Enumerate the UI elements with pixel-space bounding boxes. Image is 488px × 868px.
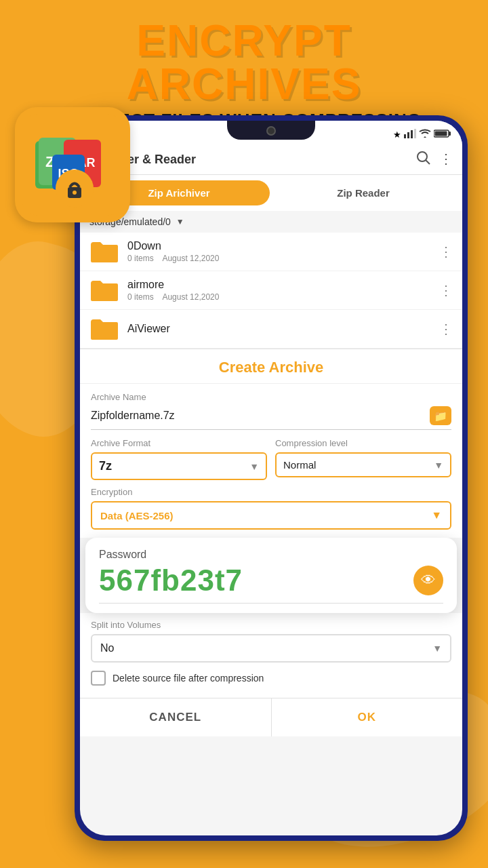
password-value: 567fb23t7 (99, 564, 413, 597)
lower-form: Split into Volumes No ▼ Delete source fi… (80, 613, 462, 698)
svg-rect-11 (407, 132, 409, 138)
split-dropdown-arrow-icon: ▼ (432, 643, 442, 654)
status-icons: ★ (393, 129, 451, 140)
list-item[interactable]: airmore 0 items August 12,2020 ⋮ (80, 271, 462, 310)
archive-name-input[interactable] (91, 410, 430, 422)
password-value-row: 567fb23t7 👁 (99, 564, 443, 604)
cancel-button[interactable]: CANCEL (80, 698, 272, 736)
wifi-icon (419, 129, 431, 140)
topbar-icons: ⋮ (416, 151, 453, 169)
delete-source-row: Delete source file after compression (91, 671, 451, 686)
delete-source-label: Delete source file after compression (113, 673, 264, 684)
file-more-icon[interactable]: ⋮ (439, 321, 453, 337)
path-row: storage/emulated/0 ▼ (80, 211, 462, 233)
bottom-buttons: CANCEL OK (80, 698, 462, 736)
app-topbar: Archiver & Reader ⋮ (80, 145, 462, 175)
password-label: Password (99, 549, 443, 561)
archive-format-value: 7z (99, 459, 112, 473)
file-name: airmore (127, 279, 439, 291)
signal-bars-icon (404, 129, 416, 140)
delete-source-checkbox[interactable] (91, 671, 106, 686)
file-meta: 0 items August 12,2020 (127, 292, 439, 302)
svg-rect-13 (414, 129, 416, 138)
encryption-dropdown[interactable]: Data (AES-256) ▼ (91, 501, 451, 530)
tabs-row: Zip Arichiver Zip Reader (80, 175, 462, 211)
password-card: Password 567fb23t7 👁 (85, 538, 457, 613)
ok-button[interactable]: OK (272, 698, 463, 736)
encryption-value: Data (AES-256) (100, 510, 174, 521)
battery-icon (434, 129, 451, 140)
notch (227, 121, 315, 140)
app-icon: ZIP RAR ISO (15, 107, 130, 222)
folder-browse-icon: 📁 (434, 410, 447, 422)
folder-icon (89, 317, 119, 341)
svg-rect-10 (404, 134, 406, 138)
svg-point-9 (73, 191, 77, 195)
tab-zip-reader[interactable]: Zip Reader (272, 180, 454, 205)
archive-format-col: Archive Format 7z ▼ (91, 438, 267, 480)
archive-format-label: Archive Format (91, 438, 267, 448)
compression-level-col: Compression level Normal ▼ (275, 438, 451, 477)
path-dropdown-icon[interactable]: ▼ (176, 217, 184, 226)
file-name: 0Down (127, 240, 439, 252)
svg-rect-12 (411, 130, 413, 138)
svg-point-17 (418, 152, 427, 161)
eye-icon: 👁 (421, 572, 436, 589)
file-more-icon[interactable]: ⋮ (439, 243, 453, 260)
phone-screen: ★ (80, 121, 462, 835)
file-list: 0Down 0 items August 12,2020 ⋮ airmore 0… (80, 233, 462, 349)
svg-line-18 (426, 160, 430, 164)
folder-icon (89, 278, 119, 302)
encryption-label: Encryption (91, 487, 451, 497)
camera (266, 126, 276, 136)
list-item[interactable]: AiViewer ⋮ (80, 310, 462, 349)
compression-level-label: Compression level (275, 438, 451, 448)
compression-level-dropdown[interactable]: Normal ▼ (275, 452, 451, 477)
format-compression-row: Archive Format 7z ▼ Compression level No… (91, 438, 451, 480)
file-info: AiViewer (127, 323, 439, 335)
encryption-arrow-icon: ▼ (431, 509, 442, 521)
archive-format-dropdown[interactable]: 7z ▼ (91, 452, 267, 480)
file-name: AiViewer (127, 323, 439, 335)
compression-level-value: Normal (283, 459, 316, 471)
archive-format-arrow-icon: ▼ (249, 461, 259, 472)
create-archive-panel: Create Archive Archive Name 📁 Archive Fo… (80, 349, 462, 538)
file-more-icon[interactable]: ⋮ (439, 282, 453, 298)
phone-mockup: ★ (75, 115, 468, 841)
file-info: 0Down 0 items August 12,2020 (127, 240, 439, 263)
svg-rect-15 (449, 132, 451, 136)
toggle-password-button[interactable]: 👁 (413, 566, 443, 595)
file-meta: 0 items August 12,2020 (127, 254, 439, 263)
form-section: Archive Name 📁 Archive Format 7z ▼ (80, 384, 462, 538)
folder-icon (89, 239, 119, 264)
split-volumes-value: No (100, 642, 114, 654)
bluetooth-icon: ★ (393, 130, 401, 140)
archive-name-row: 📁 (91, 406, 451, 430)
archive-name-label: Archive Name (91, 392, 451, 402)
encryption-section: Encryption Data (AES-256) ▼ (91, 487, 451, 530)
list-item[interactable]: 0Down 0 items August 12,2020 ⋮ (80, 233, 462, 271)
search-icon[interactable] (416, 151, 431, 169)
main-title: ENCRYPT ARCHIVES (14, 19, 474, 106)
split-volumes-label: Split into Volumes (91, 620, 451, 630)
compression-arrow-icon: ▼ (434, 460, 443, 471)
file-info: airmore 0 items August 12,2020 (127, 279, 439, 302)
more-options-icon[interactable]: ⋮ (439, 151, 453, 169)
browse-folder-button[interactable]: 📁 (430, 406, 451, 425)
app-icon-svg: ZIP RAR ISO (28, 121, 117, 209)
svg-rect-16 (435, 132, 447, 136)
create-archive-title: Create Archive (80, 349, 462, 384)
split-volumes-dropdown[interactable]: No ▼ (91, 634, 451, 663)
